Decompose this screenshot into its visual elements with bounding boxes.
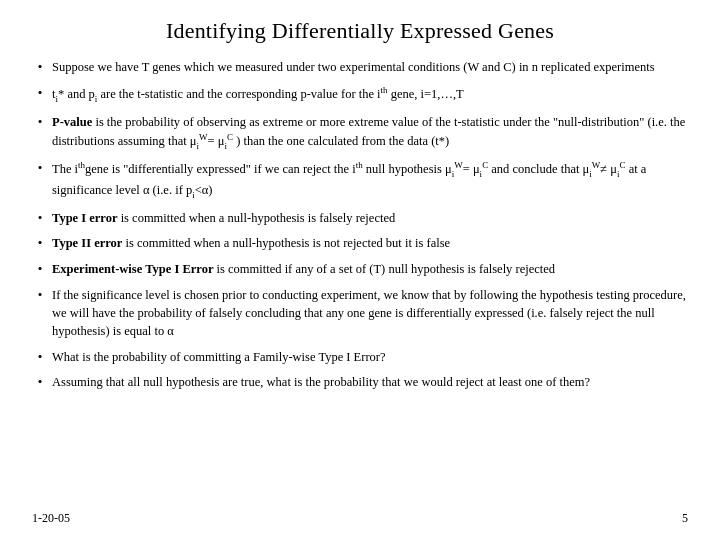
bullet-text: Type I error is committed when a null-hy…: [52, 209, 688, 227]
bold-prefix: Type I error: [52, 211, 118, 225]
bold-prefix: Experiment-wise Type I Error: [52, 262, 213, 276]
slide-footer: 1-20-05 5: [32, 511, 688, 526]
bullet-dot: •: [32, 84, 48, 103]
bullet-dot: •: [32, 58, 48, 77]
bullet-dot: •: [32, 348, 48, 367]
bullet-text: Experiment-wise Type I Error is committe…: [52, 260, 688, 278]
bullet-dot: •: [32, 159, 48, 178]
bullet-text: ti* and pi are the t-statistic and the c…: [52, 84, 688, 106]
list-item: • What is the probability of committing …: [32, 348, 688, 367]
bullet-dot: •: [32, 209, 48, 228]
bullet-dot: •: [32, 260, 48, 279]
slide: Identifying Differentially Expressed Gen…: [0, 0, 720, 540]
list-item: • Suppose we have T genes which we measu…: [32, 58, 688, 77]
list-item: • Experiment-wise Type I Error is commit…: [32, 260, 688, 279]
footer-date: 1-20-05: [32, 511, 70, 526]
footer-page: 5: [682, 511, 688, 526]
bullet-text: P-value is the probability of observing …: [52, 113, 688, 153]
list-item: • If the significance level is chosen pr…: [32, 286, 688, 340]
slide-content: • Suppose we have T genes which we measu…: [32, 58, 688, 392]
bullet-dot: •: [32, 113, 48, 132]
bullet-text: What is the probability of committing a …: [52, 348, 688, 366]
list-item: • ti* and pi are the t-statistic and the…: [32, 84, 688, 106]
bullet-text: If the significance level is chosen prio…: [52, 286, 688, 340]
list-item: • Type II error is committed when a null…: [32, 234, 688, 253]
bullet-dot: •: [32, 234, 48, 253]
bullet-text: The ithgene is "differentially expressed…: [52, 159, 688, 201]
bold-prefix: P-value: [52, 115, 92, 129]
list-item: • Type I error is committed when a null-…: [32, 209, 688, 228]
list-item: • The ithgene is "differentially express…: [32, 159, 688, 201]
slide-title: Identifying Differentially Expressed Gen…: [32, 18, 688, 44]
list-item: • Assuming that all null hypothesis are …: [32, 373, 688, 392]
bullet-text: Suppose we have T genes which we measure…: [52, 58, 688, 76]
list-item: • P-value is the probability of observin…: [32, 113, 688, 153]
bullet-dot: •: [32, 286, 48, 305]
bullet-dot: •: [32, 373, 48, 392]
bold-prefix: Type II error: [52, 236, 122, 250]
bullet-text: Assuming that all null hypothesis are tr…: [52, 373, 688, 391]
bullet-text: Type II error is committed when a null-h…: [52, 234, 688, 252]
